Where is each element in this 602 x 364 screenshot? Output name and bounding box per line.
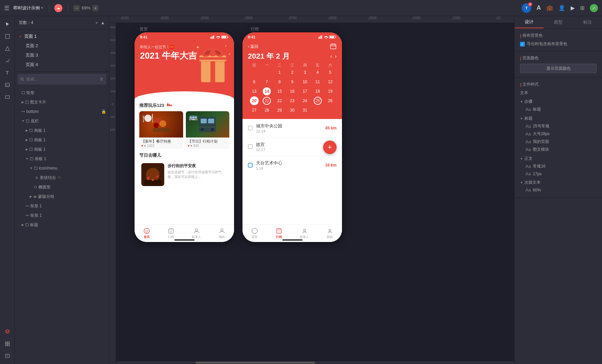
cal-calendar-icon[interactable] xyxy=(330,43,337,50)
project-title[interactable]: 即时设计示例 ▾ xyxy=(13,5,43,11)
style-item-regular16[interactable]: Aa 常规16 xyxy=(520,162,597,170)
layer-bottom-bar[interactable]: ▼ 底栏 xyxy=(15,116,109,126)
style-item-heading-expand[interactable]: ▼ 标题 xyxy=(520,115,597,122)
cal-month-title: 2021 年 2 月 xyxy=(248,51,290,61)
tab-design[interactable]: 设计 xyxy=(515,16,544,28)
font-icon[interactable]: A xyxy=(537,4,541,11)
scrollbar-thumb[interactable] xyxy=(196,362,315,364)
list-item-text: 步行街的平安夜 临近圣诞节，步行街洋溢着节日的气氛，现在可以存踏上... xyxy=(168,163,227,186)
layer-artboard-1d[interactable]: ▼ 画板 1 xyxy=(15,154,109,163)
share-icon[interactable]: ⊞ xyxy=(580,5,584,11)
svg-point-80 xyxy=(146,230,146,231)
phone2-tab-home[interactable]: 首页 xyxy=(251,228,258,239)
layer-icon-menu[interactable]: ▼ icon/menu xyxy=(15,163,109,173)
list-item-image xyxy=(141,163,164,186)
collaborate-icon[interactable]: 👤 xyxy=(558,5,565,11)
play-icon[interactable]: ▶ xyxy=(571,5,575,11)
select-tool[interactable] xyxy=(2,19,13,30)
layer-bottom[interactable]: bottom 🔒 xyxy=(15,107,109,116)
style-item-title-sub[interactable]: Aa 标题 xyxy=(520,105,597,113)
layer-rect-1a[interactable]: 矩形 1 xyxy=(15,201,109,211)
cal-prev-button[interactable]: ‹ xyxy=(330,53,332,59)
collapse-pages-button[interactable]: ▲ xyxy=(101,20,105,25)
phone1-tab-itinerary[interactable]: 行程 xyxy=(168,228,174,239)
style-item-60pct[interactable]: Aa 60% xyxy=(520,186,597,193)
phone2-tab-mine[interactable]: 我的 xyxy=(326,228,333,239)
style-item-17px[interactable]: Aa 17px xyxy=(520,170,597,177)
zoom-plus-button[interactable]: + xyxy=(92,5,98,11)
style-item-steps-expand[interactable]: ▼ 步骤 xyxy=(520,98,597,105)
filter-icon[interactable] xyxy=(99,77,104,81)
file-styles-section: 文件样式 文本 ▼ 步骤 Aa 标题 ▼ 标题 Aa 25号常规 Aa xyxy=(515,78,602,198)
layer-artboard-1a[interactable]: ▶ 画板 1 xyxy=(15,126,109,135)
zoom-minus-button[interactable]: − xyxy=(74,5,80,11)
horizontal-scrollbar[interactable] xyxy=(116,361,514,364)
page-item-1[interactable]: ✓ 页面 1 xyxy=(15,32,109,41)
tab-annotation[interactable]: 标注 xyxy=(573,16,602,28)
layer-mask-group[interactable]: ▶ 蒙版分组 xyxy=(15,192,109,201)
cal-next-button[interactable]: › xyxy=(335,53,337,59)
phone1-tab-mine[interactable]: 我的 xyxy=(219,228,225,239)
card2-likes: ♥♥ 933 xyxy=(188,144,228,148)
style-item-imagemodule[interactable]: Aa 图文模块 xyxy=(520,146,597,153)
page-controls: + ▲ xyxy=(95,20,105,25)
section1-title: 推荐玩乐123 xyxy=(139,102,229,109)
style-item-28px[interactable]: Aa 大号28px xyxy=(520,130,597,138)
layer-image-card[interactable]: ▶ 图文卡片 xyxy=(15,97,109,107)
user-avatar[interactable]: T xyxy=(522,3,531,13)
pen-tool[interactable] xyxy=(2,55,13,66)
layer-rectangle[interactable]: 矩形 xyxy=(15,88,109,97)
layer-shape-combine[interactable]: 形状结合 ⚐ xyxy=(15,173,109,182)
layer-rect-1b[interactable]: 矩形 1 xyxy=(15,211,109,220)
layer-artboard-1c[interactable]: ▶ 画板 1 xyxy=(15,145,109,154)
phone1-tab-home[interactable]: 首页 xyxy=(143,228,150,239)
canvas-bg-title: 画布背景色 xyxy=(520,33,597,38)
history-icon[interactable] xyxy=(2,351,13,361)
export-bg-checkbox[interactable]: ✓ xyxy=(520,42,525,47)
text-tool[interactable]: T xyxy=(2,67,13,78)
plugins-icon[interactable]: 💼 xyxy=(546,5,553,11)
rectangle-tool[interactable] xyxy=(2,92,13,102)
page-item-2[interactable]: 页面 2 xyxy=(15,41,109,51)
svg-rect-4 xyxy=(5,96,9,98)
shape-tool[interactable] xyxy=(2,43,13,54)
menu-icon[interactable]: ☰ xyxy=(4,4,9,12)
page-item-4[interactable]: 页面 4 xyxy=(15,60,109,69)
topbar: ☰ 即时设计示例 ▾ ☁ − 69% + T A 💼 👤 ▶ ⊞ ✓ xyxy=(0,0,602,16)
layer-title[interactable]: ▶ 标题 xyxy=(15,220,109,230)
svg-rect-95 xyxy=(330,36,334,38)
phone2-tab-itinerary[interactable]: 行程 xyxy=(276,228,282,239)
style-item-mypage[interactable]: Aa 我的页面 xyxy=(520,138,597,146)
fab-button[interactable]: + xyxy=(323,141,337,154)
show-page-color-button[interactable]: 显示页面颜色 xyxy=(520,64,597,73)
place-dist-1: 45 km xyxy=(325,126,337,130)
add-page-button[interactable]: + xyxy=(95,20,98,25)
svg-rect-69 xyxy=(201,119,207,123)
file-styles-title: 文件样式 xyxy=(520,82,597,87)
search-input[interactable] xyxy=(26,77,97,82)
svg-point-12 xyxy=(21,78,23,80)
canvas-main[interactable]: 首页 行程 9:41 和别人一起过节！🧧 xyxy=(116,23,514,364)
place-info-2: 故宫 12.17 xyxy=(256,142,322,152)
style-item-body-expand[interactable]: ▼ 正文 xyxy=(520,155,597,162)
image-tool[interactable] xyxy=(2,80,13,90)
card-grid: 🍽️ 【新年】餐厅特惠 ♥♥ 1322 xyxy=(139,111,229,149)
page-item-3[interactable]: 页面 3 xyxy=(15,51,109,60)
layer-artboard-1b[interactable]: ▶ 画板 1 xyxy=(15,135,109,145)
layer-ellipse[interactable]: 椭圆形 xyxy=(15,182,109,192)
assets-icon[interactable] xyxy=(2,338,13,349)
publish-button[interactable]: ✓ xyxy=(590,4,598,12)
place-checkbox-2[interactable] xyxy=(248,144,253,149)
style-item-secondary-expand[interactable]: ▼ 次级文本 xyxy=(520,179,597,186)
svg-text:★: ★ xyxy=(196,45,200,50)
phone1-tab-contacts[interactable]: 联系人 xyxy=(192,228,201,239)
cal-back-button[interactable]: ‹ 返回 xyxy=(248,44,258,50)
frame-tool[interactable] xyxy=(2,31,13,42)
place-checkbox-1[interactable] xyxy=(248,126,253,130)
svg-point-65 xyxy=(160,120,166,127)
tab-prototype[interactable]: 原型 xyxy=(544,16,573,28)
place-checkbox-3[interactable] xyxy=(248,163,253,168)
layers-icon[interactable] xyxy=(2,326,13,337)
style-item-25regular[interactable]: Aa 25号常规 xyxy=(520,122,597,130)
phone2-tab-contacts[interactable]: 联系人 xyxy=(300,228,309,239)
